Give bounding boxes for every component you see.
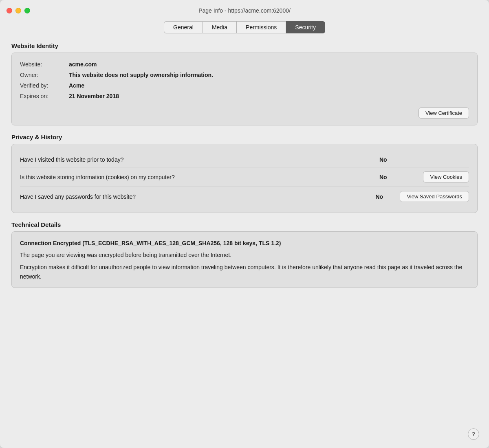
privacy-question-1: Is this website storing information (coo… [20, 174, 379, 180]
owner-label: Owner: [20, 72, 69, 78]
tech-heading: Connection Encrypted (TLS_ECDHE_RSA_WITH… [20, 240, 469, 246]
website-identity-box: Website: acme.com Owner: This website do… [11, 53, 478, 125]
owner-value: This website does not supply ownership i… [69, 72, 469, 78]
identity-grid: Website: acme.com Owner: This website do… [20, 61, 469, 99]
view-saved-passwords-button[interactable]: View Saved Passwords [400, 191, 469, 202]
technical-details-title: Technical Details [11, 221, 478, 228]
website-identity-section: Website Identity Website: acme.com Owner… [11, 42, 478, 125]
close-button[interactable] [7, 8, 12, 13]
tab-security[interactable]: Security [286, 21, 325, 33]
title-bar: Page Info - https://acme.com:62000/ [0, 0, 489, 21]
view-cookies-button[interactable]: View Cookies [423, 171, 469, 182]
privacy-history-section: Privacy & History Have I visited this we… [11, 134, 478, 213]
privacy-action-1: View Cookies [404, 171, 469, 182]
privacy-answer-2: No [375, 193, 392, 200]
website-identity-title: Website Identity [11, 42, 478, 49]
help-button[interactable]: ? [468, 428, 479, 440]
main-content: Website Identity Website: acme.com Owner… [0, 38, 489, 448]
tab-general[interactable]: General [164, 21, 203, 33]
tab-bar: General Media Permissions Security [0, 21, 489, 38]
website-label: Website: [20, 61, 69, 68]
window: Page Info - https://acme.com:62000/ Gene… [0, 0, 489, 448]
tech-paragraph-2: Encryption makes it difficult for unauth… [20, 263, 469, 281]
privacy-action-2: View Saved Passwords [400, 191, 469, 202]
verified-by-label: Verified by: [20, 82, 69, 89]
tab-media[interactable]: Media [203, 21, 237, 33]
tech-paragraph-1: The page you are viewing was encrypted b… [20, 250, 469, 259]
privacy-history-title: Privacy & History [11, 134, 478, 141]
minimize-button[interactable] [15, 8, 21, 13]
privacy-row-1: Is this website storing information (coo… [20, 167, 469, 187]
tab-permissions[interactable]: Permissions [237, 21, 286, 33]
window-title: Page Info - https://acme.com:62000/ [198, 7, 291, 14]
privacy-row-0: Have I visited this website prior to tod… [20, 152, 469, 167]
verified-by-value: Acme [69, 82, 469, 89]
website-value: acme.com [69, 61, 469, 68]
privacy-row-2: Have I saved any passwords for this webs… [20, 187, 469, 206]
maximize-button[interactable] [24, 8, 30, 13]
privacy-answer-1: No [379, 174, 396, 180]
traffic-lights [7, 8, 30, 13]
technical-details-section: Technical Details Connection Encrypted (… [11, 221, 478, 288]
privacy-history-box: Have I visited this website prior to tod… [11, 144, 478, 213]
certificate-button-row: View Certificate [20, 108, 469, 119]
expires-on-value: 21 November 2018 [69, 93, 469, 99]
privacy-answer-0: No [379, 156, 396, 163]
view-certificate-button[interactable]: View Certificate [419, 108, 469, 119]
privacy-question-2: Have I saved any passwords for this webs… [20, 193, 375, 200]
privacy-question-0: Have I visited this website prior to tod… [20, 156, 379, 163]
technical-details-box: Connection Encrypted (TLS_ECDHE_RSA_WITH… [11, 231, 478, 288]
expires-on-label: Expires on: [20, 93, 69, 99]
